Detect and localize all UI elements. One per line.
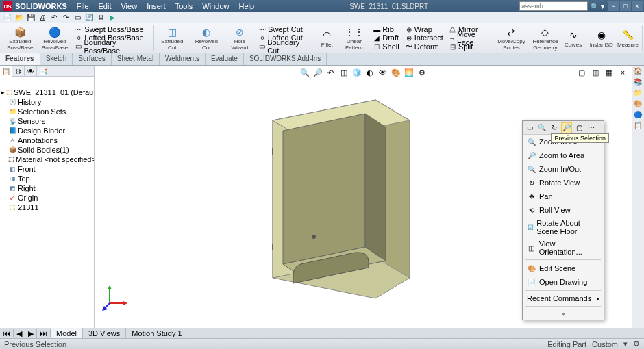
rail-custom-props-icon[interactable]: 📋 [634,122,643,131]
wrap-button[interactable]: ⊕Wrap [404,25,445,34]
select-icon[interactable]: ▭ [73,13,82,23]
tree-top[interactable]: ◨Top [1,174,92,183]
menu-view[interactable]: View [116,1,141,12]
bt-next-icon[interactable]: ▶ [25,329,37,338]
ctx-rotate-scene-floor[interactable]: ☑Rotate About Scene Floor [523,217,604,237]
ctx-pan[interactable]: ✥Pan [523,190,604,203]
ctx-roll-view[interactable]: ⟲Roll View [523,203,604,217]
edit-appearance-icon[interactable]: 🎨 [390,67,402,78]
ctx-zoom-area[interactable]: 🔎Zoom to Area [523,148,604,162]
ctx-prev-sel-icon[interactable]: 🔎 [561,122,572,133]
deform-button[interactable]: 〜Deform [404,42,445,51]
menu-help[interactable]: Help [234,1,258,12]
3d-viewport[interactable]: 🔍 🔎 ↶ ◫ 🧊 ◐ 👁 🎨 🌅 ⚙ ▢ ▥ ▦ × [95,66,632,328]
ctx-zoom-inout[interactable]: 🔍Zoom In/Out [523,162,604,176]
open-icon[interactable]: 📂 [14,13,24,23]
ctx-zoom-icon[interactable]: 🔍 [536,122,547,133]
viewport-close-icon[interactable]: × [617,67,629,78]
view-settings-icon[interactable]: ⚙ [416,67,428,78]
rail-design-library-icon[interactable]: 📚 [634,78,643,88]
undo-icon[interactable]: ↶ [49,13,59,23]
bt-tab-model[interactable]: Model [51,328,83,338]
ctx-collapse[interactable]: ▾ [523,308,604,320]
status-gear-icon[interactable]: ⚙ [633,339,640,348]
boundary-boss-button[interactable]: ▭Boundary Boss/Base [73,42,150,51]
tree-root[interactable]: ▸⬚SWE_21311_01 (Default<<Def [1,88,92,97]
bt-tab-3dviews[interactable]: 3D Views [83,328,126,338]
tree-history[interactable]: 🕒History [1,97,92,107]
tab-weldments[interactable]: Weldments [160,53,206,65]
rebuild-icon[interactable]: 🔄 [84,13,94,23]
revolved-boss-button[interactable]: 🔵Revolved Boss/Base [38,25,73,51]
search-icon[interactable]: 🔍 ▾ [591,3,604,10]
rib-button[interactable]: ▬Rib [371,25,400,34]
tree-sensors[interactable]: 📡Sensors [1,116,92,126]
tree-solid-bodies[interactable]: 📦Solid Bodies(1) [1,145,92,155]
ctx-edit-scene[interactable]: 🎨Edit Scene [523,261,604,275]
bt-first-icon[interactable]: ⏮ [0,329,14,337]
tree-tab-feature[interactable]: 📋 [0,66,12,77]
status-custom[interactable]: Custom [592,340,618,348]
tree-design-binder[interactable]: 📘Design Binder [1,126,92,135]
maximize-button[interactable]: □ [620,1,631,11]
search-input[interactable] [519,1,588,11]
tab-evaluate[interactable]: Evaluate [206,53,244,65]
3d-model[interactable] [252,86,430,312]
ctx-recent-commands[interactable]: Recent Commands▸ [523,292,604,305]
rail-appearances-icon[interactable]: 🔵 [634,111,643,120]
extruded-cut-button[interactable]: ◫Extruded Cut [156,25,189,51]
viewport-single-icon[interactable]: ▢ [575,67,588,78]
menu-file[interactable]: File [73,1,93,12]
zoom-area-icon[interactable]: 🔎 [312,67,324,78]
ctx-select-icon[interactable]: ▭ [524,122,535,133]
tab-features[interactable]: Features [0,53,40,65]
move-copy-bodies-button[interactable]: ⇄Move/Copy Bodies [495,25,528,51]
instant3d-button[interactable]: ◉Instant3D [588,25,615,51]
fillet-button[interactable]: ◠Fillet [316,25,338,51]
section-view-icon[interactable]: ◫ [338,67,350,78]
tree-tab-display[interactable]: 👁 [25,66,37,77]
revolved-cut-button[interactable]: ◐Revolved Cut [189,25,224,51]
ctx-open-drawing[interactable]: 📄Open Drawing [523,275,604,289]
print-icon[interactable]: 🖨 [38,13,47,23]
tree-tab-property[interactable]: 📑 [37,66,49,77]
tab-sheetmetal[interactable]: Sheet Metal [112,53,160,65]
ctx-rotate-icon[interactable]: ↻ [549,122,560,133]
tree-selection-sets[interactable]: 📁Selection Sets [1,107,92,116]
ctx-view-orientation[interactable]: ◫View Orientation... [523,237,604,258]
zoom-fit-icon[interactable]: 🔍 [299,67,311,78]
hide-show-icon[interactable]: 👁 [377,67,389,78]
bt-tab-motion[interactable]: Motion Study 1 [126,328,188,338]
reference-geometry-button[interactable]: ◇Reference Geometry [528,25,562,51]
save-icon[interactable]: 💾 [26,13,36,23]
new-icon[interactable]: 📄 [3,13,12,23]
curves-button[interactable]: ∿Curves [562,25,584,51]
rail-view-palette-icon[interactable]: 🎨 [634,100,643,109]
play-icon[interactable]: ▶ [108,13,117,23]
hole-wizard-button[interactable]: ⊘Hole Wizard [224,25,256,51]
boundary-cut-button[interactable]: ▭Boundary Cut [257,42,311,51]
move-face-button[interactable]: ↔Move Face [447,34,490,42]
tab-surfaces[interactable]: Surfaces [73,53,111,65]
status-dropdown-icon[interactable]: ▾ [623,339,628,348]
viewport-quad-icon[interactable]: ▦ [603,67,615,78]
split-button[interactable]: ⊟Split [447,42,490,51]
tree-tab-config[interactable]: ⚙ [12,66,25,77]
view-orientation-icon[interactable]: 🧊 [351,67,363,78]
tree-front[interactable]: ◧Front [1,164,92,174]
menu-edit[interactable]: Edit [95,1,116,12]
tree-material[interactable]: ⬚Material <not specified> [1,155,92,164]
minimize-button[interactable]: − [608,1,619,11]
bt-last-icon[interactable]: ⏭ [37,329,51,337]
menu-insert[interactable]: Insert [143,1,170,12]
draft-button[interactable]: ◢Draft [371,34,400,42]
tree-annotations[interactable]: AAnnotations [1,135,92,145]
measure-button[interactable]: 📏Measure [615,25,641,51]
swept-boss-button[interactable]: 〰Swept Boss/Base [73,25,150,34]
menu-tools[interactable]: Tools [171,1,197,12]
menu-window[interactable]: Window [198,1,233,12]
swept-cut-button[interactable]: 〰Swept Cut [257,25,311,34]
options-icon[interactable]: ⚙ [96,13,106,23]
bt-prev-icon[interactable]: ◀ [14,329,25,338]
linear-pattern-button[interactable]: ⋮⋮Linear Pattern [338,25,370,51]
